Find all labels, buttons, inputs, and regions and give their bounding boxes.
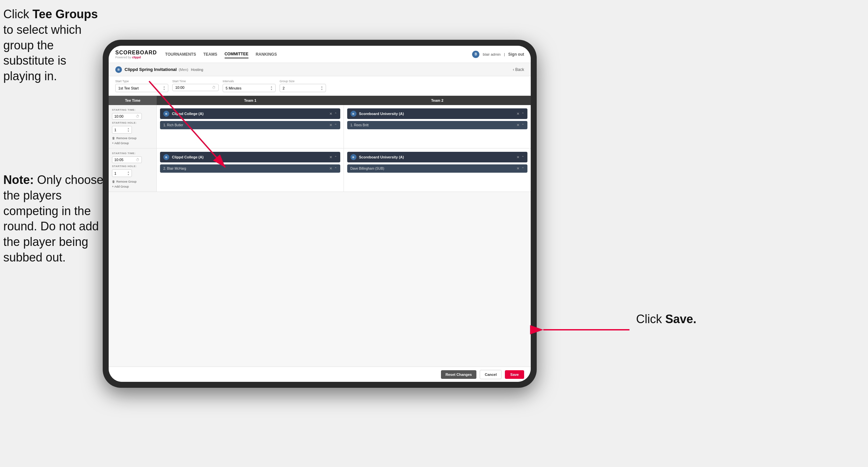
save-label-bold: Save.: [665, 312, 696, 326]
player-remove-2-1[interactable]: ✕: [517, 123, 520, 127]
add-group-button-2[interactable]: + Add Group: [112, 185, 153, 188]
player-actions-2-1: ✕ ⌃: [517, 123, 524, 127]
player-actions-2-2: ✕ ⌃: [517, 166, 524, 171]
team2-card-1[interactable]: B Scoreboard University (A) ✕ ⌃: [347, 108, 528, 119]
note-text: Note: Only choose the players competing …: [3, 172, 106, 265]
nav-teams[interactable]: TEAMS: [204, 51, 217, 58]
cancel-button[interactable]: Cancel: [480, 370, 502, 379]
team1-chevron-2[interactable]: ⌃: [334, 155, 337, 159]
save-arrow: [527, 318, 636, 341]
player-card-2-1[interactable]: 1. Rees Britt ✕ ⌃: [347, 121, 528, 129]
instruction-bold: Tee Groups: [32, 7, 98, 21]
nav-committee[interactable]: COMMITTEE: [225, 50, 248, 58]
team2-actions-1: ✕ ⌃: [517, 112, 524, 116]
team2-badge-2: B: [350, 154, 356, 160]
team2-chevron-2[interactable]: ⌃: [522, 155, 524, 159]
team2-badge-1: B: [350, 111, 356, 117]
team2-remove-1[interactable]: ✕: [517, 112, 520, 116]
bottom-bar: Reset Changes Cancel Save: [108, 367, 531, 382]
team1-actions-2: ✕ ⌃: [329, 155, 337, 159]
team1-remove-1[interactable]: ✕: [329, 112, 332, 116]
player-remove-1-2[interactable]: ✕: [329, 166, 332, 171]
logo-powered: Powered by clippd: [115, 56, 157, 59]
tee-groups-arrow: [96, 71, 242, 184]
player-remove-1-1[interactable]: ✕: [329, 123, 332, 127]
player-chevron-2-2[interactable]: ⌃: [522, 167, 524, 170]
team2-cell-2: B Scoreboard University (A) ✕ ⌃ Dave Bil…: [344, 148, 531, 192]
admin-badge: B: [472, 51, 479, 58]
player-chevron-2-1[interactable]: ⌃: [522, 123, 524, 127]
instruction-suffix: to select which group the substitute is …: [3, 23, 82, 83]
group-size-label: Group Size: [280, 80, 326, 83]
event-sub: (Men): [179, 68, 188, 71]
admin-text: blair admin: [483, 52, 501, 56]
player-remove-2-2[interactable]: ✕: [517, 166, 520, 171]
player-chevron-1-1[interactable]: ⌃: [334, 123, 337, 127]
save-button[interactable]: Save: [505, 370, 524, 379]
player-chevron-1-2[interactable]: ⌃: [334, 167, 337, 170]
nav-right: B blair admin | Sign out: [472, 51, 524, 58]
team2-name-1: Scoreboard University (A): [359, 112, 514, 116]
team2-cell-1: B Scoreboard University (A) ✕ ⌃ 1. Rees …: [344, 105, 531, 148]
player-name-2-1: 1. Rees Britt: [350, 123, 514, 127]
player-card-2-2[interactable]: Dave Billingham (SUB) ✕ ⌃: [347, 165, 528, 173]
note-body: Only choose the players competing in the…: [3, 173, 103, 264]
svg-line-1: [149, 81, 225, 167]
instruction-text: Click Tee Groups to select which group t…: [3, 7, 106, 84]
instruction-prefix: Click: [3, 7, 32, 21]
team2-name-2: Scoreboard University (A): [359, 155, 514, 159]
group-size-spinner: ▲ ▼: [321, 86, 323, 90]
team1-remove-2[interactable]: ✕: [329, 155, 332, 159]
player-name-2-2: Dave Billingham (SUB): [350, 167, 514, 170]
nav-tournaments[interactable]: TOURNAMENTS: [165, 51, 196, 58]
nav-separator: |: [504, 52, 505, 56]
sign-out-link[interactable]: Sign out: [508, 51, 524, 58]
team1-actions-1: ✕ ⌃: [329, 112, 337, 116]
team2-remove-2[interactable]: ✕: [517, 155, 520, 159]
hosting-badge: Hosting: [191, 68, 203, 71]
nav-rankings[interactable]: RANKINGS: [256, 51, 277, 58]
group-size-field: Group Size 2 ▲ ▼: [280, 80, 326, 92]
team1-chevron-1[interactable]: ⌃: [334, 112, 337, 116]
group-size-input[interactable]: 2 ▲ ▼: [280, 84, 326, 92]
reset-button[interactable]: Reset Changes: [441, 370, 476, 379]
player-actions-1-1: ✕ ⌃: [329, 123, 337, 127]
nav-links: TOURNAMENTS TEAMS COMMITTEE RANKINGS: [165, 50, 472, 58]
logo-area: SCOREBOARD Powered by clippd: [115, 50, 157, 59]
team2-actions-2: ✕ ⌃: [517, 155, 524, 159]
intervals-spinner: ▲ ▼: [270, 86, 273, 90]
back-link[interactable]: ‹ Back: [513, 67, 524, 72]
team2-chevron-1[interactable]: ⌃: [522, 112, 524, 116]
team2-header: Team 2: [344, 96, 531, 105]
player-actions-1-2: ✕ ⌃: [329, 166, 337, 171]
note-prefix: Note:: [3, 173, 37, 186]
navbar: SCOREBOARD Powered by clippd TOURNAMENTS…: [108, 46, 531, 63]
click-save-label: Click Save.: [636, 312, 696, 326]
team2-card-2[interactable]: B Scoreboard University (A) ✕ ⌃: [347, 152, 528, 163]
logo-scoreboard: SCOREBOARD: [115, 50, 157, 56]
